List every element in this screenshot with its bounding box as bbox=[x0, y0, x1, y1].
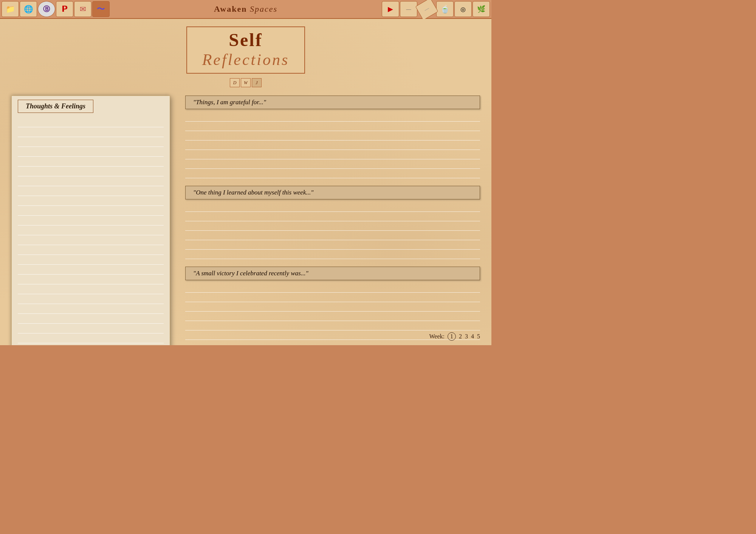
thoughts-ruled-lines bbox=[18, 117, 164, 345]
prompt-line[interactable] bbox=[185, 140, 480, 150]
title-box: Self Reflections bbox=[186, 26, 305, 74]
ruled-line[interactable] bbox=[18, 235, 164, 245]
ruled-line[interactable] bbox=[18, 343, 164, 345]
ruled-line[interactable] bbox=[18, 294, 164, 304]
ruled-line[interactable] bbox=[18, 284, 164, 294]
week-1[interactable]: 1 bbox=[448, 332, 456, 341]
ruled-line[interactable] bbox=[18, 137, 164, 147]
ruled-line[interactable] bbox=[18, 324, 164, 333]
stones-icon[interactable]: ◎ bbox=[454, 1, 472, 17]
ruled-line[interactable] bbox=[18, 147, 164, 157]
ruled-line[interactable] bbox=[18, 333, 164, 343]
ruled-line[interactable] bbox=[18, 255, 164, 265]
tab-w[interactable]: W bbox=[241, 78, 251, 87]
victory-label: "A small victory I celebrated recently w… bbox=[185, 267, 480, 280]
prompt-line[interactable] bbox=[185, 159, 480, 169]
prompt-line[interactable] bbox=[185, 302, 480, 312]
left-column: Thoughts & Feelings bbox=[11, 96, 170, 345]
week-2[interactable]: 2 bbox=[459, 333, 462, 340]
ruled-line[interactable] bbox=[18, 216, 164, 225]
ruled-line[interactable] bbox=[18, 245, 164, 255]
ruled-line[interactable] bbox=[18, 314, 164, 324]
learned-label: "One thing I learned about myself this w… bbox=[185, 186, 480, 199]
plant-icon[interactable]: 🌿 bbox=[472, 1, 490, 17]
ruled-line[interactable] bbox=[18, 206, 164, 216]
week-label: Week: bbox=[429, 333, 445, 340]
ruled-line[interactable] bbox=[18, 127, 164, 137]
prompt-line[interactable] bbox=[185, 250, 480, 259]
prompt-line[interactable] bbox=[185, 212, 480, 221]
prompt-line[interactable] bbox=[185, 321, 480, 330]
prompt-line[interactable] bbox=[185, 169, 480, 178]
thoughts-feelings-label: Thoughts & Feelings bbox=[18, 100, 93, 113]
tab-d[interactable]: D bbox=[230, 78, 240, 87]
columns-layout: Thoughts & Feelings bbox=[11, 96, 480, 345]
youtube-icon[interactable]: ▶ bbox=[382, 1, 399, 17]
right-column: "Things, I am grateful for..." "One thin… bbox=[181, 96, 480, 345]
footer: Week: 1 2 3 4 5 bbox=[429, 332, 480, 341]
prompt-line[interactable] bbox=[185, 231, 480, 240]
learned-lines bbox=[181, 202, 480, 259]
prompt-learned: "One thing I learned about myself this w… bbox=[181, 186, 480, 259]
ruled-line[interactable] bbox=[18, 304, 164, 314]
title-self: Self bbox=[202, 30, 290, 50]
prompt-line[interactable] bbox=[185, 202, 480, 212]
chart-icon[interactable]: 〜 bbox=[92, 1, 110, 17]
title-reflections: Reflections bbox=[202, 50, 290, 69]
grateful-label: "Things, I am grateful for..." bbox=[185, 96, 480, 109]
victory-lines bbox=[181, 283, 480, 340]
prompt-line[interactable] bbox=[185, 122, 480, 131]
prompt-grateful: "Things, I am grateful for..." bbox=[181, 96, 480, 178]
prompt-line[interactable] bbox=[185, 221, 480, 231]
notebook-paper: Thoughts & Feelings bbox=[11, 96, 170, 345]
mail-icon[interactable]: ✉ bbox=[74, 1, 91, 17]
prompt-victory: "A small victory I celebrated recently w… bbox=[181, 267, 480, 340]
week-5[interactable]: 5 bbox=[477, 333, 480, 340]
main-content: Self Reflections D W J Thoughts & Feelin… bbox=[0, 19, 491, 345]
app-title: Awaken Spaces bbox=[110, 4, 381, 14]
prompt-line[interactable] bbox=[185, 293, 480, 302]
ruled-line[interactable] bbox=[18, 186, 164, 196]
week-3[interactable]: 3 bbox=[465, 333, 468, 340]
week-4[interactable]: 4 bbox=[471, 333, 474, 340]
brush1-icon[interactable]: — bbox=[400, 1, 417, 17]
dwj-tabs: D W J bbox=[11, 78, 480, 87]
grateful-lines bbox=[181, 112, 480, 178]
ruled-line[interactable] bbox=[18, 167, 164, 176]
title-section: Self Reflections D W J bbox=[11, 23, 480, 90]
top-navigation: 📁 🌐 Ⓑ 𝗣 ✉ 〜 Awaken Spaces ▶ — — 🍵 ◎ 🌿 bbox=[0, 0, 491, 19]
prompt-line[interactable] bbox=[185, 112, 480, 122]
ruled-line[interactable] bbox=[18, 225, 164, 235]
circle-b-icon[interactable]: Ⓑ bbox=[38, 1, 55, 17]
prompt-line[interactable] bbox=[185, 283, 480, 293]
tab-j[interactable]: J bbox=[252, 78, 262, 87]
globe-icon[interactable]: 🌐 bbox=[20, 1, 37, 17]
prompt-line[interactable] bbox=[185, 240, 480, 250]
ruled-line[interactable] bbox=[18, 265, 164, 275]
prompt-line[interactable] bbox=[185, 312, 480, 321]
folder-icon[interactable]: 📁 bbox=[2, 1, 19, 17]
brush2-icon[interactable]: — bbox=[415, 0, 438, 20]
prompt-line[interactable] bbox=[185, 150, 480, 159]
ruled-line[interactable] bbox=[18, 196, 164, 206]
prompt-line[interactable] bbox=[185, 131, 480, 140]
ruled-line[interactable] bbox=[18, 176, 164, 186]
ruled-line[interactable] bbox=[18, 117, 164, 127]
cup-icon[interactable]: 🍵 bbox=[436, 1, 454, 17]
pinterest-icon[interactable]: 𝗣 bbox=[56, 1, 73, 17]
ruled-line[interactable] bbox=[18, 275, 164, 284]
ruled-line[interactable] bbox=[18, 157, 164, 167]
